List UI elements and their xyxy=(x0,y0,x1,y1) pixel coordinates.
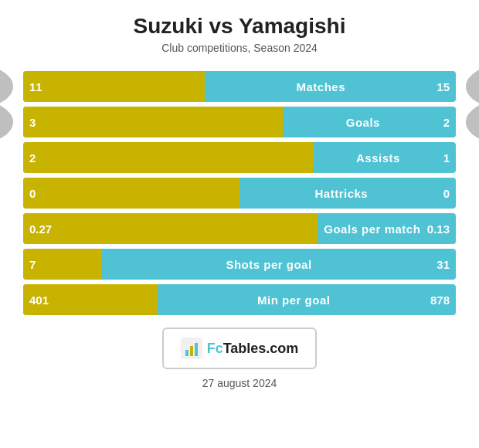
stat-row: 7Shots per goal31 xyxy=(23,249,456,280)
logo-text: FcTables.com xyxy=(207,341,299,357)
stat-right-value: 878 xyxy=(430,294,456,307)
avatar-right xyxy=(466,100,479,144)
stat-bar: 3Goals2 xyxy=(23,107,456,137)
stat-bar: 7Shots per goal31 xyxy=(23,249,456,280)
stat-left-value: 0.27 xyxy=(29,222,52,236)
page-subtitle: Club competitions, Season 2024 xyxy=(161,42,318,54)
stat-label: Hattricks xyxy=(240,187,443,200)
avatar-right xyxy=(466,65,479,108)
logo-tables-part: Tables.com xyxy=(223,341,299,356)
stat-label: Goals xyxy=(283,116,443,129)
stat-row: 0.27Goals per match0.13 xyxy=(23,213,456,244)
stat-bar: 401Min per goal878 xyxy=(23,284,456,315)
stat-right-value: 0 xyxy=(443,187,456,200)
stat-right-value: 31 xyxy=(437,258,456,271)
logo-box: FcTables.com xyxy=(162,328,317,369)
stat-left-value: 401 xyxy=(29,294,49,307)
stat-bar: 0.27Goals per match0.13 xyxy=(23,213,456,244)
stat-bar: 2Assists1 xyxy=(23,142,456,173)
stat-left-value: 3 xyxy=(29,116,36,129)
stat-row: 3Goals2 xyxy=(23,107,456,137)
stat-left-value: 7 xyxy=(29,258,36,271)
svg-rect-3 xyxy=(195,343,198,356)
stat-label: Goals per match xyxy=(318,222,427,236)
bar-left: 7 xyxy=(23,249,101,280)
stat-label: Matches xyxy=(205,80,437,93)
svg-rect-2 xyxy=(190,346,193,356)
bar-left: 0 xyxy=(23,178,240,209)
stat-row: 401Min per goal878 xyxy=(23,284,456,315)
bar-left: 0.27 xyxy=(23,213,318,244)
stat-left-value: 11 xyxy=(29,80,42,93)
stat-label: Min per goal xyxy=(158,294,430,307)
stat-bar: 0Hattricks0 xyxy=(23,178,456,209)
logo-icon xyxy=(181,338,202,359)
stat-right-value: 2 xyxy=(443,116,456,129)
stat-row: 11Matches15 xyxy=(23,71,456,102)
stat-right-value: 1 xyxy=(443,151,456,165)
footer-date: 27 august 2024 xyxy=(202,377,277,389)
stat-label: Assists xyxy=(313,151,443,165)
logo-fc-part: Fc xyxy=(207,341,223,356)
avatar-left xyxy=(0,100,13,144)
bar-left: 3 xyxy=(23,107,283,137)
avatar-left xyxy=(0,65,13,108)
stat-label: Shots per goal xyxy=(101,258,437,271)
stat-right-value: 0.13 xyxy=(427,222,456,236)
stat-row: 2Assists1 xyxy=(23,142,456,173)
bar-left: 11 xyxy=(23,71,205,102)
stat-right-value: 15 xyxy=(437,80,456,93)
stat-left-value: 2 xyxy=(29,151,36,165)
stat-row: 0Hattricks0 xyxy=(23,178,456,209)
svg-rect-1 xyxy=(185,350,189,356)
bar-left: 401 xyxy=(23,284,158,315)
stats-section: 11Matches153Goals22Assists10Hattricks00.… xyxy=(0,71,479,320)
page-title: Suzuki vs Yamagishi xyxy=(134,14,346,39)
stat-bar: 11Matches15 xyxy=(23,71,456,102)
bar-left: 2 xyxy=(23,142,313,173)
stat-left-value: 0 xyxy=(29,187,36,200)
page-container: Suzuki vs Yamagishi Club competitions, S… xyxy=(0,0,479,448)
